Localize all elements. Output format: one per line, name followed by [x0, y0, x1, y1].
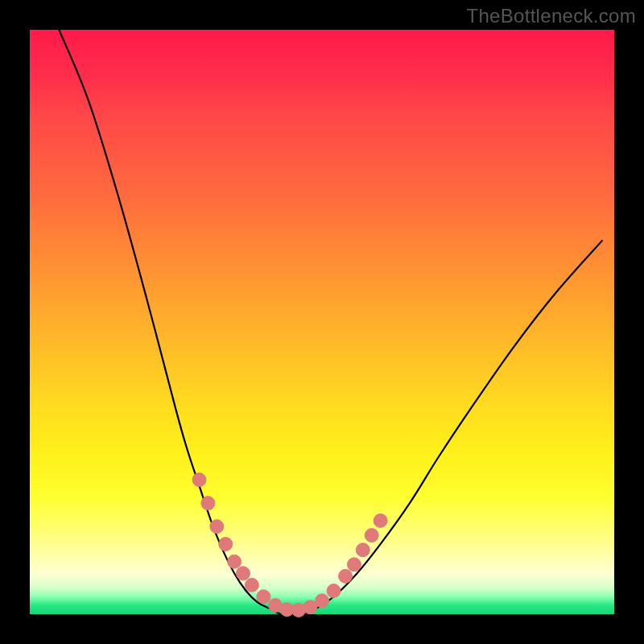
highlight-point — [327, 584, 341, 597]
highlight-point — [236, 567, 250, 580]
highlight-point — [365, 528, 378, 542]
highlight-point — [201, 497, 215, 510]
chart-svg — [30, 30, 614, 614]
highlight-point — [245, 578, 258, 592]
highlight-point — [228, 555, 242, 568]
plot-area — [30, 30, 614, 614]
bottleneck-curve — [59, 30, 602, 615]
highlight-point — [316, 594, 329, 608]
highlight-point — [192, 473, 206, 487]
highlight-point — [339, 569, 353, 583]
watermark-text: TheBottleneck.com — [466, 5, 636, 27]
highlight-point — [219, 537, 233, 551]
highlight-point — [210, 520, 224, 534]
highlight-point — [374, 514, 387, 527]
highlight-point — [347, 558, 361, 572]
chart-frame: TheBottleneck.com — [0, 0, 644, 644]
highlight-point — [356, 543, 369, 557]
highlight-points-group — [192, 473, 387, 617]
highlight-point — [257, 590, 270, 604]
